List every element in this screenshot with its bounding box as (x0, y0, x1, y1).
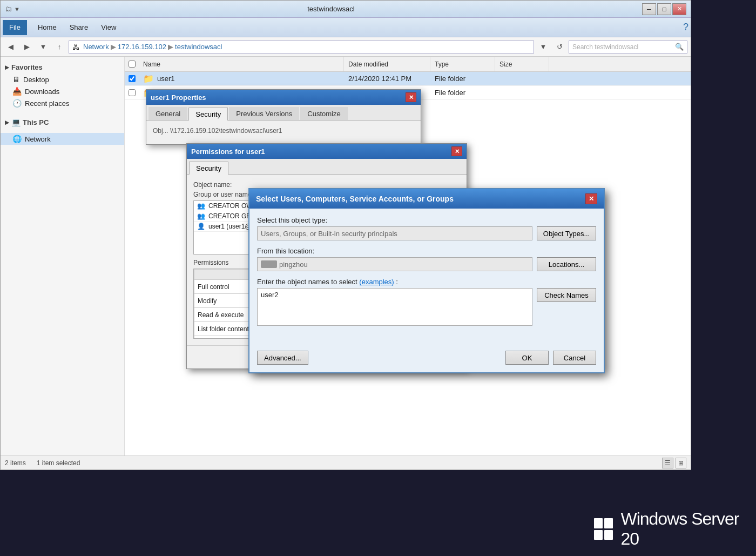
thispc-icon: 💻 (11, 118, 21, 126)
tab-customize[interactable]: Customize (300, 107, 347, 120)
ribbon: File Home Share View ? (1, 18, 691, 37)
sidebar-item-downloads[interactable]: 📥 Downloads (1, 85, 124, 97)
windows-logo (594, 518, 613, 540)
sidebar-item-desktop[interactable]: 🖥 Desktop (1, 73, 124, 85)
selected-count: 1 item selected (37, 459, 80, 467)
select-users-dialog: Select Users, Computers, Service Account… (248, 188, 605, 373)
search-placeholder: Search testwindowsacl (572, 43, 675, 51)
search-icon[interactable]: 🔍 (675, 43, 684, 51)
address-bar: ◀ ▶ ▼ ↑ 🖧 Network ▶ 172.16.159.102 ▶ tes… (1, 37, 691, 57)
recent-label: Recent places (25, 99, 69, 108)
object-names-input[interactable] (257, 288, 532, 326)
downloads-icon: 📥 (12, 87, 22, 96)
folder-icon: 📁 (143, 73, 154, 84)
properties-dialog: user1 Properties ✕ General Security Prev… (146, 89, 421, 145)
help-button[interactable]: ? (683, 22, 688, 33)
select-users-ok-btn[interactable]: OK (505, 351, 549, 365)
col-header-date[interactable]: Date modified (344, 57, 430, 71)
select-all-checkbox[interactable] (129, 61, 136, 68)
advanced-btn[interactable]: Advanced... (257, 351, 308, 365)
thispc-section[interactable]: ▶ 💻 This PC (1, 116, 124, 129)
forward-button[interactable]: ▶ (20, 41, 34, 53)
sidebar-item-network[interactable]: 🌐 Network (1, 133, 124, 145)
location-row: pingzhou Locations... (257, 257, 596, 271)
share-menu-item[interactable]: Share (63, 20, 95, 35)
col-header-size[interactable]: Size (495, 57, 549, 71)
select-users-body: Select this object type: Object Types...… (249, 209, 604, 346)
object-names-row: Check Names (257, 288, 596, 332)
permissions-close-btn[interactable]: ✕ (451, 146, 462, 156)
up-button[interactable]: ↑ (52, 41, 66, 53)
locations-btn[interactable]: Locations... (537, 257, 596, 271)
home-menu-item[interactable]: Home (31, 20, 63, 35)
logo-sq-br (604, 530, 613, 540)
object-path: Obj... \\172.16.159.102\testwindowsacl\u… (153, 127, 414, 135)
select-users-footer: Advanced... OK Cancel (249, 346, 604, 372)
sidebar-item-recent[interactable]: 🕐 Recent places (1, 97, 124, 109)
view-menu-item[interactable]: View (94, 20, 123, 35)
group-icon: 👥 (197, 212, 205, 220)
permissions-title-bar: Permissions for user1 ✕ (187, 144, 467, 159)
location-input: pingzhou (257, 257, 532, 271)
row-checkbox[interactable] (129, 89, 136, 96)
details-view-btn[interactable]: ☰ (662, 458, 673, 468)
explorer-title: testwindowsacl (20, 5, 642, 13)
properties-title: user1 Properties (151, 93, 206, 102)
logo-sq-bl (594, 530, 603, 540)
back-button[interactable]: ◀ (4, 41, 18, 53)
recent-locations-btn[interactable]: ▼ (36, 41, 50, 53)
window-controls: ─ □ ✕ (642, 3, 686, 15)
tab-security[interactable]: Security (188, 108, 228, 120)
location-value: pingzhou (279, 260, 308, 269)
select-users-cancel-btn[interactable]: Cancel (553, 351, 596, 365)
file-date: 2/14/2020 12:41 PM (344, 75, 430, 83)
table-row[interactable]: 📁 user1 2/14/2020 12:41 PM File folder (125, 72, 691, 86)
col-header-type[interactable]: Type (430, 57, 495, 71)
row-checkbox-cell (125, 75, 139, 82)
item-count: 2 items (5, 459, 26, 467)
properties-tabs: General Security Previous Versions Custo… (146, 105, 421, 120)
tab-permissions-security[interactable]: Security (189, 162, 228, 175)
downloads-label: Downloads (25, 88, 59, 96)
enter-names-label: Enter the object names to select (exampl… (257, 278, 596, 286)
status-bar: 2 items 1 item selected ☰ ⊞ (1, 455, 691, 470)
breadcrumb-network[interactable]: Network (83, 43, 109, 51)
spacer (313, 351, 501, 365)
file-name: 📁 user1 (139, 73, 344, 84)
maximize-button[interactable]: □ (657, 3, 671, 15)
breadcrumb-folder[interactable]: testwindowsacl (175, 43, 222, 51)
address-path[interactable]: 🖧 Network ▶ 172.16.159.102 ▶ testwindows… (69, 41, 534, 53)
location-icon-placeholder (261, 260, 277, 268)
row-checkbox[interactable] (129, 75, 136, 82)
file-type: File folder (430, 75, 495, 83)
object-type-input (257, 226, 532, 240)
sidebar: ▶ Favorites 🖥 Desktop 📥 Downloads 🕐 Rece… (1, 57, 125, 455)
taskbar-area: Windows Server 20 (594, 502, 756, 556)
examples-link[interactable]: (examples) (359, 278, 394, 286)
close-button[interactable]: ✕ (672, 3, 686, 15)
properties-content: Obj... \\172.16.159.102\testwindowsacl\u… (146, 120, 421, 144)
file-menu-btn[interactable]: File (3, 20, 27, 35)
desktop-icon: 🖥 (12, 75, 20, 84)
search-box[interactable]: Search testwindowsacl 🔍 (569, 41, 687, 53)
properties-close-btn[interactable]: ✕ (406, 92, 416, 102)
select-users-close-btn[interactable]: ✕ (585, 193, 597, 204)
refresh-button[interactable]: ↺ (552, 41, 566, 53)
large-icons-view-btn[interactable]: ⊞ (676, 458, 686, 468)
thispc-label: This PC (23, 118, 49, 126)
object-name-label: Object name: (193, 181, 460, 189)
view-buttons: ☰ ⊞ (662, 458, 686, 468)
tab-general[interactable]: General (148, 107, 187, 120)
permissions-title: Permissions for user1 (191, 148, 265, 156)
check-names-btn[interactable]: Check Names (537, 288, 596, 302)
breadcrumb-ip[interactable]: 172.16.159.102 (118, 43, 166, 51)
permissions-tabs: Security (187, 159, 467, 175)
select-users-title-bar: Select Users, Computers, Service Account… (249, 189, 604, 209)
tab-previous-versions[interactable]: Previous Versions (229, 107, 299, 120)
recent-icon: 🕐 (12, 99, 22, 108)
object-types-btn[interactable]: Object Types... (537, 226, 596, 240)
favorites-section[interactable]: ▶ Favorites (1, 61, 124, 73)
col-header-name[interactable]: Name (139, 57, 344, 71)
minimize-button[interactable]: ─ (642, 3, 656, 15)
address-dropdown-btn[interactable]: ▼ (536, 41, 550, 53)
